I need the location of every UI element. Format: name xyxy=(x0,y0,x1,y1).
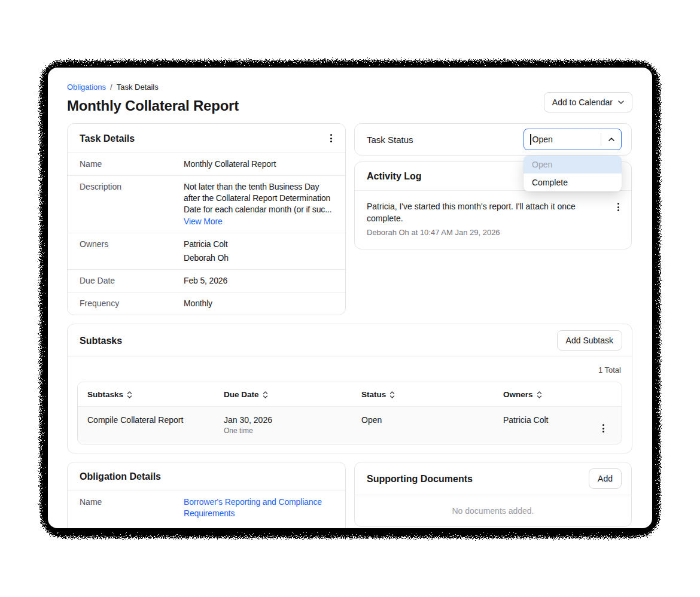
right-column: Task Status Open xyxy=(354,123,632,249)
subtasks-title: Subtasks xyxy=(80,334,122,347)
breadcrumb-separator: / xyxy=(110,82,112,93)
sort-icon xyxy=(537,391,542,398)
bottom-grid: Obligation Details Name Borrower's Repor… xyxy=(67,462,632,528)
activity-log-meta: Deborah Oh at 10:47 AM Jan 29, 2026 xyxy=(367,227,589,238)
task-status-value: Open xyxy=(532,135,601,144)
column-header-subtasks[interactable]: Subtasks xyxy=(78,382,224,406)
app-window: Obligations / Task Details Monthly Colla… xyxy=(48,68,652,528)
task-description-row: Description Not later than the tenth Bus… xyxy=(68,175,345,233)
task-due-date-row: Due Date Feb 5, 2026 xyxy=(68,269,345,292)
breadcrumb: Obligations / Task Details xyxy=(67,82,632,93)
subtask-due-date: Jan 30, 2026 One time xyxy=(224,407,361,444)
owner-name: Deborah Oh xyxy=(184,252,333,264)
dropdown-option-open[interactable]: Open xyxy=(524,156,622,173)
activity-log-more-options-icon[interactable] xyxy=(614,200,623,214)
column-header-status[interactable]: Status xyxy=(361,382,503,406)
view-more-link[interactable]: View More xyxy=(184,216,223,227)
subtask-row[interactable]: Compile Collateral Report Jan 30, 2026 O… xyxy=(78,407,622,444)
supporting-documents-header: Supporting Documents Add xyxy=(355,462,631,495)
task-name-value: Monthly Collateral Report xyxy=(184,159,333,170)
chevron-down-icon xyxy=(618,100,624,104)
task-owners-row: Owners Patricia Colt Deborah Oh xyxy=(68,233,345,269)
top-grid: Task Details Name Monthly Collateral Rep… xyxy=(67,123,632,315)
task-description-label: Description xyxy=(80,181,184,227)
task-name-row: Name Monthly Collateral Report xyxy=(68,153,345,175)
subtasks-card: Subtasks Add Subtask 1 Total Subtasks xyxy=(67,324,632,453)
obligation-details-card: Obligation Details Name Borrower's Repor… xyxy=(67,462,346,528)
task-details-more-options-icon[interactable] xyxy=(327,132,336,145)
task-owners-value: Patricia Colt Deborah Oh xyxy=(184,239,333,264)
task-frequency-label: Frequency xyxy=(80,298,184,309)
activity-log-title: Activity Log xyxy=(367,170,422,182)
task-details-title: Task Details xyxy=(80,132,135,145)
task-status-select[interactable]: Open xyxy=(524,129,622,150)
subtask-owners: Patricia Colt xyxy=(503,407,595,444)
sort-icon xyxy=(127,391,132,398)
task-status-select-wrap: Open Open Complete xyxy=(524,129,622,150)
subtasks-table: Subtasks Due Date xyxy=(77,382,622,444)
obligation-link[interactable]: Borrower's Reporting and Compliance Requ… xyxy=(184,497,322,518)
subtasks-total: 1 Total xyxy=(77,365,622,374)
breadcrumb-obligations-link[interactable]: Obligations xyxy=(67,82,106,93)
obligation-name-value: Borrower's Reporting and Compliance Requ… xyxy=(184,497,333,519)
activity-log-entry-body: Patricia, I've started this month's repo… xyxy=(367,200,589,238)
add-subtask-button[interactable]: Add Subtask xyxy=(557,330,622,351)
supporting-documents-card: Supporting Documents Add No documents ad… xyxy=(354,462,632,527)
subtask-more-options-icon[interactable] xyxy=(599,422,608,435)
task-due-date-label: Due Date xyxy=(80,275,184,287)
documents-empty-state: No documents added. xyxy=(355,495,631,526)
obligation-details-header: Obligation Details xyxy=(68,462,345,491)
add-to-calendar-label: Add to Calendar xyxy=(552,98,613,107)
supporting-documents-title: Supporting Documents xyxy=(367,473,473,485)
subtask-due-note: One time xyxy=(224,426,361,435)
add-document-button[interactable]: Add xyxy=(589,468,622,489)
task-description-text: Not later than the tenth Business Day af… xyxy=(184,182,331,214)
task-frequency-row: Frequency Monthly xyxy=(68,292,345,315)
subtask-status: Open xyxy=(361,407,503,444)
obligation-name-row: Name Borrower's Reporting and Compliance… xyxy=(68,491,345,525)
subtasks-body: 1 Total Subtasks Due Date xyxy=(68,357,632,453)
task-status-label: Task Status xyxy=(367,135,413,145)
sort-icon xyxy=(389,391,395,398)
activity-log-message: Patricia, I've started this month's repo… xyxy=(367,200,589,224)
chevron-up-icon[interactable] xyxy=(601,138,621,141)
column-header-due-date[interactable]: Due Date xyxy=(224,382,361,406)
breadcrumb-current: Task Details xyxy=(117,82,159,93)
obligation-details-title: Obligation Details xyxy=(80,470,161,483)
sort-icon xyxy=(263,391,268,398)
subtask-name: Compile Collateral Report xyxy=(78,407,224,444)
obligation-name-label: Name xyxy=(80,497,184,519)
task-details-header: Task Details xyxy=(68,124,345,153)
owner-name: Patricia Colt xyxy=(184,239,333,250)
task-description-value: Not later than the tenth Business Day af… xyxy=(184,181,333,227)
subtasks-table-header: Subtasks Due Date xyxy=(78,382,622,407)
task-name-label: Name xyxy=(80,159,184,170)
task-owners-label: Owners xyxy=(80,239,184,264)
task-due-date-value: Feb 5, 2026 xyxy=(184,275,333,287)
subtask-actions xyxy=(595,407,622,444)
subtasks-header: Subtasks Add Subtask xyxy=(68,324,632,357)
add-to-calendar-button[interactable]: Add to Calendar xyxy=(544,92,632,112)
column-header-actions xyxy=(595,382,622,406)
task-status-dropdown: Open Complete xyxy=(524,156,622,191)
task-status-card: Task Status Open xyxy=(354,123,632,156)
dropdown-option-complete[interactable]: Complete xyxy=(524,173,622,191)
task-frequency-value: Monthly xyxy=(184,298,333,309)
column-header-owners[interactable]: Owners xyxy=(503,382,595,406)
text-caret xyxy=(530,134,531,145)
screenshot-stage: Obligations / Task Details Monthly Colla… xyxy=(0,0,700,597)
activity-log-entry: Patricia, I've started this month's repo… xyxy=(355,191,631,249)
task-details-card: Task Details Name Monthly Collateral Rep… xyxy=(67,123,346,315)
